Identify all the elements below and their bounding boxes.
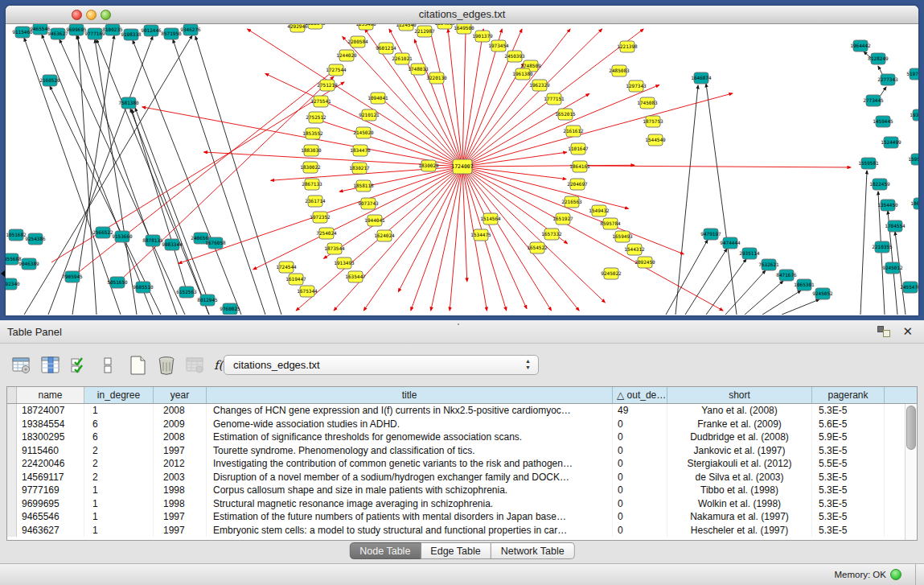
- graph-edge[interactable]: [706, 259, 746, 315]
- float-window-icon[interactable]: [877, 326, 890, 337]
- network-window-titlebar[interactable]: citations_edges.txt: [6, 6, 918, 24]
- graph-edge[interactable]: [462, 167, 467, 282]
- column-header-title[interactable]: title: [207, 387, 613, 403]
- cell[interactable]: 0: [613, 510, 667, 524]
- network-canvas[interactable]: 9115460946554694636279699695977716981002…: [6, 24, 918, 315]
- cell[interactable]: 2: [84, 457, 154, 471]
- close-icon[interactable]: ✕: [902, 323, 913, 340]
- cell[interactable]: Dudbridge et al. (2008): [667, 431, 812, 444]
- graph-edge[interactable]: [745, 281, 783, 315]
- row-height-icon[interactable]: [95, 352, 122, 378]
- cell[interactable]: 6: [84, 418, 154, 431]
- cell[interactable]: 0: [613, 484, 667, 497]
- cell[interactable]: 0: [613, 497, 667, 511]
- cell[interactable]: 19384554: [17, 418, 84, 431]
- cell[interactable]: 1998: [154, 497, 207, 511]
- graph-edge[interactable]: [429, 29, 462, 167]
- cell[interactable]: 5.9E-5: [812, 431, 885, 444]
- cell[interactable]: Tibbo et al. (1998): [667, 484, 812, 497]
- cell[interactable]: Nakamura et al. (1997): [667, 510, 812, 524]
- graph-edge[interactable]: [706, 84, 737, 315]
- graph-edge[interactable]: [78, 35, 97, 315]
- graph-edge[interactable]: [462, 167, 628, 208]
- cell[interactable]: 5.5E-5: [812, 457, 885, 471]
- tab-network-table[interactable]: Network Table: [491, 542, 575, 559]
- graph-edge[interactable]: [195, 36, 281, 315]
- graph-edge[interactable]: [860, 171, 867, 315]
- cell[interactable]: 9463627: [17, 524, 84, 538]
- graph-edge[interactable]: [431, 167, 462, 311]
- cell[interactable]: Investigating the contribution of common…: [207, 457, 613, 471]
- cell[interactable]: Estimation of significance thresholds fo…: [207, 431, 613, 444]
- network-table-select[interactable]: citations_edges.txt ▲▼: [224, 355, 539, 375]
- cell[interactable]: 9465546: [17, 510, 84, 524]
- cell[interactable]: 1: [84, 510, 154, 524]
- cell[interactable]: 9777169: [17, 484, 84, 497]
- column-header-pagerank[interactable]: pagerank: [812, 387, 885, 403]
- scrollbar-thumb[interactable]: [906, 406, 916, 450]
- graph-edge[interactable]: [132, 109, 187, 290]
- table-row[interactable]: 1872400712008Changes of HCN gene express…: [7, 404, 905, 418]
- table-row[interactable]: 946554611997Estimation of the future num…: [7, 510, 905, 524]
- cell[interactable]: 2: [84, 471, 154, 484]
- cell[interactable]: 1997: [154, 510, 207, 524]
- cell[interactable]: 1998: [154, 484, 207, 497]
- cell[interactable]: 5.3E-5: [812, 524, 885, 538]
- cell[interactable]: 1: [84, 404, 154, 418]
- column-header-name[interactable]: name: [17, 387, 84, 403]
- new-table-icon[interactable]: [124, 352, 151, 378]
- cell[interactable]: Embryonic stem cells: a model to study s…: [207, 524, 613, 538]
- cell[interactable]: 1: [84, 524, 154, 538]
- cell[interactable]: 9115460: [17, 444, 84, 458]
- cell[interactable]: de Silva et al. (2003): [667, 471, 812, 484]
- cell[interactable]: 2: [84, 444, 154, 458]
- cell[interactable]: 22420046: [17, 457, 84, 471]
- cell[interactable]: 1997: [154, 524, 207, 538]
- modify-table-icon[interactable]: [8, 352, 35, 378]
- cell[interactable]: Stergiakouli et al. (2012): [667, 457, 812, 471]
- cell[interactable]: Changes of HCN gene expression and I(f) …: [207, 404, 613, 418]
- table-row[interactable]: 969969511998Structural magnetic resonanc…: [7, 497, 905, 511]
- column-header-in_degree[interactable]: in_degree: [84, 387, 154, 403]
- graph-edge[interactable]: [462, 167, 723, 311]
- cell[interactable]: 1: [84, 497, 154, 511]
- graph-edge[interactable]: [685, 249, 727, 315]
- cell[interactable]: 6: [84, 431, 154, 444]
- cell[interactable]: Estimation of the future numbers of pati…: [207, 510, 613, 524]
- column-header-out_de[interactable]: △ out_de…: [613, 387, 667, 403]
- cell[interactable]: 2008: [154, 404, 207, 418]
- panel-collapse-arrow-icon[interactable]: [1, 270, 5, 277]
- cell[interactable]: 1: [84, 484, 154, 497]
- table-row[interactable]: 2242004622012Investigating the contribut…: [7, 457, 905, 471]
- column-header-year[interactable]: year: [154, 387, 207, 403]
- splitter-grip[interactable]: [457, 323, 463, 329]
- cell[interactable]: 2008: [154, 431, 207, 444]
- tab-edge-table[interactable]: Edge Table: [421, 542, 491, 559]
- tab-node-table[interactable]: Node Table: [349, 542, 421, 559]
- cell[interactable]: 2003: [154, 471, 207, 484]
- cell[interactable]: 5.3E-5: [812, 484, 885, 497]
- cell[interactable]: 5.6E-5: [812, 418, 885, 431]
- cell[interactable]: 1997: [154, 444, 207, 458]
- graph-edge[interactable]: [76, 35, 177, 315]
- cell[interactable]: 0: [613, 524, 667, 538]
- cell[interactable]: 5.3E-5: [812, 471, 885, 484]
- cell[interactable]: Genome-wide association studies in ADHD.: [207, 418, 613, 431]
- cell[interactable]: Disruption of a novel member of a sodium…: [207, 471, 613, 484]
- cell[interactable]: Hescheler et al. (1997): [667, 524, 812, 538]
- cell[interactable]: 5.3E-5: [812, 510, 885, 524]
- graph-edge[interactable]: [97, 39, 209, 315]
- graph-edge[interactable]: [448, 29, 462, 167]
- vertical-scrollbar[interactable]: [905, 404, 917, 540]
- cell[interactable]: 9699695: [17, 497, 84, 511]
- cell[interactable]: 2012: [154, 457, 207, 471]
- graph-edge[interactable]: [676, 85, 698, 315]
- cell[interactable]: 14569117: [17, 471, 84, 484]
- graph-edge[interactable]: [135, 108, 207, 299]
- graph-edge[interactable]: [389, 29, 462, 167]
- cell[interactable]: Tourette syndrome. Phenomenology and cla…: [207, 444, 613, 458]
- cell[interactable]: 0: [613, 418, 667, 431]
- cell[interactable]: Structural magnetic resonance image aver…: [207, 497, 613, 511]
- delete-table-icon[interactable]: [182, 352, 209, 378]
- cell[interactable]: Wolkin et al. (1998): [667, 497, 812, 511]
